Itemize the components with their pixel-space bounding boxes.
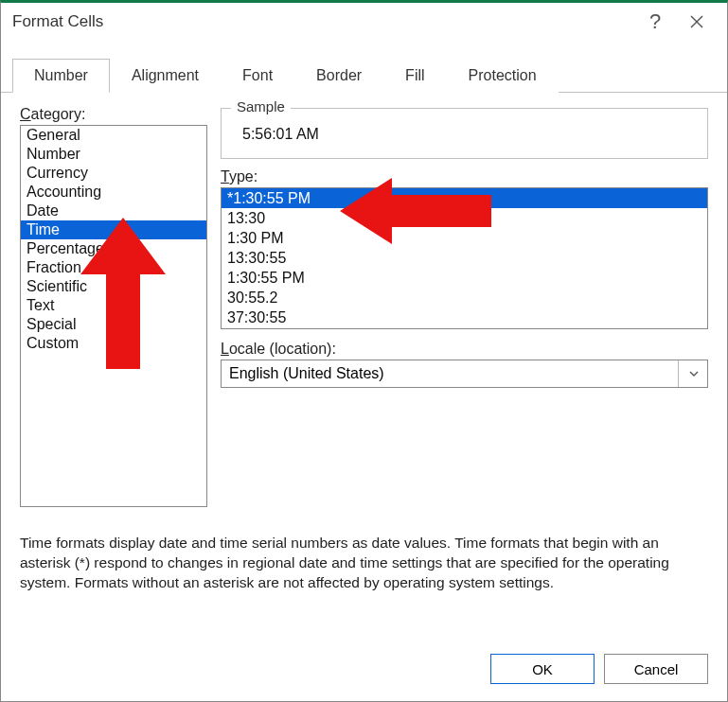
cat-time[interactable]: Time bbox=[21, 220, 206, 239]
type-item-3[interactable]: 13:30:55 bbox=[222, 248, 707, 268]
category-label: Category: bbox=[20, 106, 207, 123]
cat-accounting[interactable]: Accounting bbox=[21, 183, 206, 202]
type-item-5[interactable]: 30:55.2 bbox=[222, 288, 707, 307]
tab-alignment[interactable]: Alignment bbox=[110, 59, 221, 93]
locale-select[interactable]: English (United States) bbox=[221, 360, 708, 388]
type-item-2[interactable]: 1:30 PM bbox=[222, 228, 707, 248]
type-label: Type: bbox=[221, 168, 708, 185]
type-list[interactable]: *1:30:55 PM 13:30 1:30 PM 13:30:55 1:30:… bbox=[221, 187, 708, 329]
cat-number[interactable]: Number bbox=[21, 145, 206, 164]
cat-currency[interactable]: Currency bbox=[21, 164, 206, 183]
ok-button[interactable]: OK bbox=[490, 654, 595, 684]
description-text: Time formats display date and time seria… bbox=[20, 534, 708, 593]
format-cells-dialog: Format Cells ? Number Alignment Font Bor… bbox=[0, 0, 728, 702]
tab-number[interactable]: Number bbox=[12, 59, 110, 93]
tab-fill[interactable]: Fill bbox=[383, 59, 446, 93]
cat-scientific[interactable]: Scientific bbox=[21, 277, 206, 296]
sample-value: 5:56:01 AM bbox=[233, 116, 696, 143]
cat-date[interactable]: Date bbox=[21, 202, 206, 220]
tab-protection[interactable]: Protection bbox=[447, 59, 559, 93]
cat-fraction[interactable]: Fraction bbox=[21, 258, 206, 277]
locale-value: English (United States) bbox=[229, 365, 384, 382]
type-item-1[interactable]: 13:30 bbox=[222, 208, 707, 228]
tabs: Number Alignment Font Border Fill Protec… bbox=[1, 58, 727, 93]
cat-special[interactable]: Special bbox=[21, 315, 206, 334]
cat-percentage[interactable]: Percentage bbox=[21, 239, 206, 258]
cat-custom[interactable]: Custom bbox=[21, 334, 206, 353]
close-button[interactable] bbox=[676, 4, 718, 40]
sample-group: Sample 5:56:01 AM bbox=[221, 108, 708, 159]
locale-label: Locale (location): bbox=[221, 341, 708, 358]
cat-general[interactable]: General bbox=[21, 126, 206, 145]
sample-legend: Sample bbox=[231, 98, 291, 114]
tab-content: Category: General Number Currency Accoun… bbox=[1, 93, 727, 641]
cancel-button[interactable]: Cancel bbox=[604, 654, 708, 684]
type-item-6[interactable]: 37:30:55 bbox=[222, 307, 707, 327]
chevron-down-icon bbox=[678, 360, 700, 387]
tab-border[interactable]: Border bbox=[294, 59, 383, 93]
dialog-buttons: OK Cancel bbox=[1, 641, 727, 701]
category-list[interactable]: General Number Currency Accounting Date … bbox=[20, 125, 207, 507]
cat-text[interactable]: Text bbox=[21, 296, 206, 315]
tab-font[interactable]: Font bbox=[221, 59, 294, 93]
type-item-4[interactable]: 1:30:55 PM bbox=[222, 268, 707, 288]
type-item-0[interactable]: *1:30:55 PM bbox=[222, 188, 707, 208]
titlebar: Format Cells ? bbox=[1, 3, 727, 41]
help-button[interactable]: ? bbox=[634, 4, 676, 40]
close-icon bbox=[689, 14, 704, 29]
dialog-title: Format Cells bbox=[12, 12, 103, 31]
